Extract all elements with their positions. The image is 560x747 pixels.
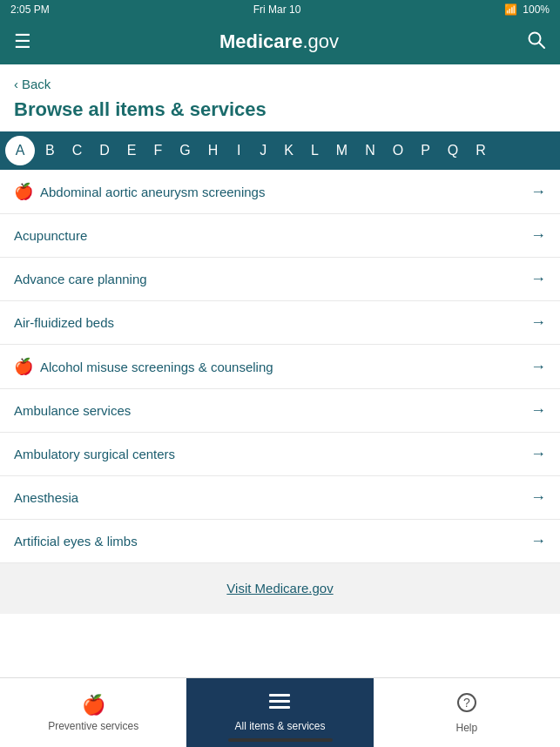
tab-all-items[interactable]: All items & services xyxy=(186,678,373,747)
list-item[interactable]: 🍎 Alcohol misuse screenings & counseling… xyxy=(0,345,560,389)
alpha-item-J[interactable]: J xyxy=(251,131,275,170)
list-item[interactable]: Air-fluidized beds → xyxy=(0,301,560,345)
svg-text:?: ? xyxy=(463,696,470,710)
menu-icon[interactable]: ☰ xyxy=(14,30,31,53)
alpha-item-M[interactable]: M xyxy=(327,131,356,170)
home-indicator xyxy=(228,738,333,742)
alpha-item-R[interactable]: R xyxy=(467,131,495,170)
list-item-text: Ambulatory surgical centers xyxy=(14,447,175,461)
tab-help-label: Help xyxy=(455,722,477,734)
svg-rect-4 xyxy=(269,706,290,709)
list-item-text: Acupuncture xyxy=(14,228,87,243)
alpha-item-E[interactable]: E xyxy=(118,131,145,170)
alpha-item-K[interactable]: K xyxy=(275,131,302,170)
alpha-item-D[interactable]: D xyxy=(91,131,118,170)
list-tab-icon xyxy=(269,694,290,717)
list-item-text: Ambulance services xyxy=(14,403,131,418)
list-item[interactable]: Ambulance services → xyxy=(0,389,560,433)
list-item[interactable]: Acupuncture → xyxy=(0,214,560,258)
svg-line-1 xyxy=(539,43,544,48)
alpha-item-G[interactable]: G xyxy=(171,131,199,170)
wifi-icon: 📶 xyxy=(504,3,517,16)
arrow-icon: → xyxy=(530,445,546,463)
list-item[interactable]: Ambulatory surgical centers → xyxy=(0,433,560,476)
status-bar: 2:05 PM Fri Mar 10 📶 100% xyxy=(0,0,560,19)
alpha-item-C[interactable]: C xyxy=(64,131,91,170)
svg-rect-2 xyxy=(269,694,290,697)
arrow-icon: → xyxy=(530,488,546,507)
items-list: 🍎 Abdominal aortic aneurysm screenings →… xyxy=(0,170,560,563)
arrow-icon: → xyxy=(530,226,546,245)
list-item-text: Artificial eyes & limbs xyxy=(14,534,138,548)
alpha-item-L[interactable]: L xyxy=(302,131,327,170)
alpha-item-O[interactable]: O xyxy=(384,131,412,170)
back-chevron-icon: ‹ xyxy=(14,77,18,91)
list-item-text: Advance care planning xyxy=(14,272,147,286)
alpha-item-Q[interactable]: Q xyxy=(439,131,467,170)
back-button[interactable]: ‹ Back xyxy=(0,64,560,95)
alpha-item-B[interactable]: B xyxy=(37,131,64,170)
alpha-item-F[interactable]: F xyxy=(145,131,171,170)
alpha-item-I[interactable]: I xyxy=(226,131,251,170)
tab-all-items-label: All items & services xyxy=(234,720,325,732)
preventive-icon: 🍎 xyxy=(14,182,33,201)
tab-preventive-services[interactable]: 🍎 Preventive services xyxy=(0,678,186,747)
back-label: Back xyxy=(22,77,51,91)
arrow-icon: → xyxy=(530,532,546,550)
alpha-item-H[interactable]: H xyxy=(199,131,227,170)
nav-header: ☰ Medicare.gov xyxy=(0,19,560,64)
alpha-item-A[interactable]: A xyxy=(5,136,35,165)
arrow-icon: → xyxy=(530,358,546,376)
list-item-text: Abdominal aortic aneurysm screenings xyxy=(40,185,265,199)
arrow-icon: → xyxy=(530,313,546,332)
content-area: ‹ Back Browse all items & services A B C… xyxy=(0,64,560,718)
page-title: Browse all items & services xyxy=(0,95,560,131)
help-tab-icon: ? xyxy=(456,692,477,718)
app-title: Medicare.gov xyxy=(219,30,339,53)
list-item-text: Anesthesia xyxy=(14,490,78,505)
alphabet-nav[interactable]: A B C D E F G H I J K L M N O P Q R xyxy=(0,131,560,170)
tab-help[interactable]: ? Help xyxy=(374,678,560,747)
arrow-icon: → xyxy=(530,183,546,201)
list-item[interactable]: 🍎 Abdominal aortic aneurysm screenings → xyxy=(0,170,560,214)
preventive-icon: 🍎 xyxy=(14,357,33,376)
list-item[interactable]: Anesthesia → xyxy=(0,476,560,520)
arrow-icon: → xyxy=(530,270,546,288)
status-time: 2:05 PM xyxy=(10,3,50,16)
list-item[interactable]: Artificial eyes & limbs → xyxy=(0,520,560,563)
list-item-text: Alcohol misuse screenings & counseling xyxy=(40,360,273,374)
list-item-text: Air-fluidized beds xyxy=(14,315,114,330)
alpha-item-N[interactable]: N xyxy=(356,131,384,170)
status-right: 📶 100% xyxy=(504,3,550,16)
footer-section: Visit Medicare.gov xyxy=(0,563,560,614)
tab-preventive-label: Preventive services xyxy=(48,720,138,732)
apple-tab-icon: 🍎 xyxy=(82,694,105,717)
status-date: Fri Mar 10 xyxy=(253,3,301,16)
footer-link[interactable]: Visit Medicare.gov xyxy=(226,581,333,596)
svg-rect-3 xyxy=(269,700,290,703)
arrow-icon: → xyxy=(530,401,546,420)
tab-bar: 🍎 Preventive services All items & servic… xyxy=(0,677,560,747)
search-icon[interactable] xyxy=(527,30,546,54)
alpha-item-P[interactable]: P xyxy=(412,131,439,170)
battery-label: 100% xyxy=(523,3,550,16)
list-item[interactable]: Advance care planning → xyxy=(0,258,560,301)
